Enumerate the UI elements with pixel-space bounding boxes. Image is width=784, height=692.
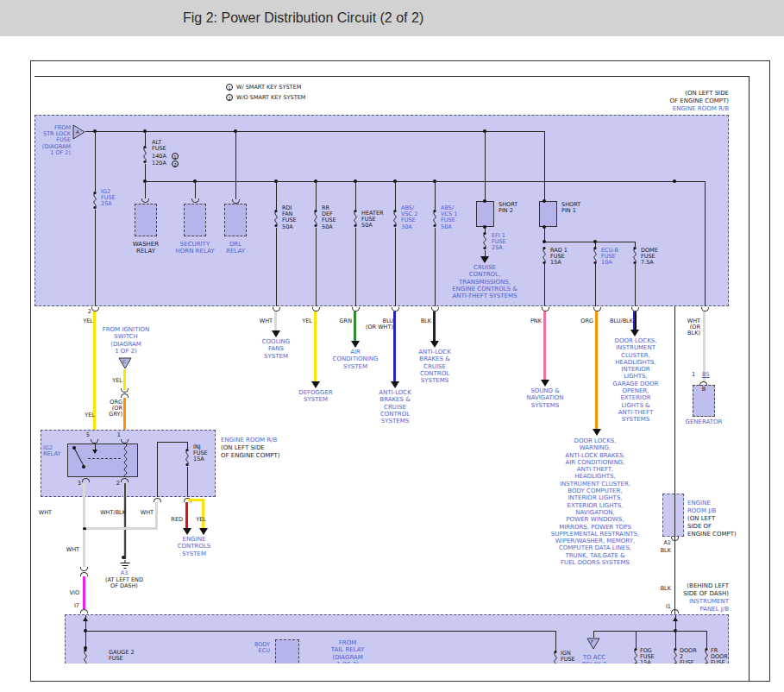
relay-actuator-link <box>88 458 121 459</box>
junction-dot <box>543 240 546 243</box>
wire-grn-ac <box>354 311 356 341</box>
fuse-icon <box>592 246 599 265</box>
wire-color-label: WHT <box>254 318 273 324</box>
generator-ref-link[interactable]: B5 <box>702 372 714 378</box>
wire-yel-ig2 <box>93 311 96 439</box>
i7-inner-line <box>85 615 86 650</box>
fog-fuse-label: FOG FUSE 15A <box>640 648 661 664</box>
ground-location-label: (AT LEFT END OF DASH) <box>98 577 150 589</box>
rad1-out <box>544 264 545 306</box>
door2-fuse-label: DOOR 2 FUSE <box>680 648 700 664</box>
short-pin1-label: SHORT PIN 1 <box>561 202 587 214</box>
security-horn-relay-feed <box>195 181 196 198</box>
abs-vsc2-fuse-label: ABS/ VSC 2 FUSE 30A <box>401 205 423 230</box>
wire-yel-ignition <box>123 369 126 390</box>
wire-color-label: WHT (OR BLK) <box>680 318 700 337</box>
acc-drop <box>593 631 594 638</box>
blublk-systems-destination: DOOR LOCKS, INSTRUMENT CLUSTER, HEADLIGH… <box>609 337 662 424</box>
fuse-icon <box>631 246 638 265</box>
legend-with-smart-key: W/ SMART KEY SYSTEM <box>236 85 340 91</box>
fuse-icon <box>312 209 319 228</box>
legend-marker-1: 1 <box>226 84 233 91</box>
arrow-down-icon <box>430 341 439 348</box>
generator-pin-label: 1 <box>692 372 700 378</box>
junction-dot <box>673 179 676 183</box>
wire-wht-inj-left <box>155 502 158 529</box>
cooling-fans-destination: COOLING FANS SYSTEM <box>254 338 298 360</box>
abs-vcs1-out <box>435 228 436 306</box>
wire-color-label: BLK <box>654 548 671 554</box>
inj-out <box>187 467 188 497</box>
instrument-panel-location: (BEHIND LEFT SIDE OF DASH) <box>668 582 729 598</box>
relay-block-name: ENGINE ROOM R/B <box>221 437 277 444</box>
dome-fuse-label: DOME FUSE 7.5A <box>641 248 663 267</box>
inj-top-line <box>157 442 187 443</box>
rad1-fuse-label: RAD 1 FUSE 15A <box>550 248 573 267</box>
connector-b-label: B <box>699 387 708 393</box>
abs-vsc2-out <box>395 228 396 306</box>
security-horn-relay-label: SECURITY HORN RELAY <box>172 241 217 255</box>
connector-a-label: A <box>76 129 79 135</box>
fuse-icon <box>82 648 89 664</box>
fuse-icon <box>672 647 679 664</box>
to-acc-relay-label: TO ACC RELAY 2 <box>579 654 610 664</box>
fuse-icon <box>552 650 559 664</box>
fuse-icon <box>273 209 279 228</box>
alt-marker-1: 1 <box>172 153 179 160</box>
wire-org-systems <box>595 311 598 429</box>
wire-color-label: GRN <box>333 318 352 324</box>
body-ecu-box <box>275 639 299 664</box>
pin-i7-label: I7 <box>67 603 79 609</box>
abs-cruise-destination: ANTI-LOCK BRAKES & CRUISE CONTROL SYSTEM… <box>412 349 457 384</box>
fog-drop <box>636 631 637 648</box>
gauge2-fuse-label: GAUGE 2 FUSE <box>109 650 143 662</box>
ig2-feed-line <box>95 131 96 192</box>
wire-color-label: VIO <box>62 590 79 596</box>
from-ignition-label: FROM IGNITION SWITCH (DIAGRAM 1 OF 2) <box>98 326 154 355</box>
legend-marker-2: 2 <box>226 94 233 101</box>
wire-yel-defogger <box>314 311 317 381</box>
frame-right-line <box>749 76 750 682</box>
wire-color-label: YEL <box>293 318 312 324</box>
bottom-bus-left <box>85 631 555 632</box>
abs-vcs1-feed <box>435 181 436 210</box>
body-ecu-label: BODY ECU <box>234 642 270 654</box>
engine-room-jb-location: (ON LEFT SIDE OF ENGINE COMPT) <box>687 515 750 538</box>
relay-block-header: ENGINE ROOM R/B (ON LEFT SIDE OF ENGINE … <box>221 429 307 468</box>
short-pin2-feed <box>485 131 486 201</box>
fuse-icon <box>703 647 710 664</box>
ign-drop <box>555 631 556 651</box>
pin2-label: 2 <box>81 309 91 315</box>
wire-color-label: BLK <box>412 318 431 324</box>
pin-arc <box>121 478 129 482</box>
arrow-down-icon <box>630 330 639 337</box>
arrow-down-icon <box>183 528 191 535</box>
rr-def-feed <box>316 181 317 210</box>
pin-a1-label: A1 <box>657 540 671 546</box>
arrow-down-icon <box>541 380 549 387</box>
alt-fuse-amp2: 120A <box>152 160 169 167</box>
relay-contact-arrow <box>92 450 97 454</box>
short-pin2-label: SHORT PIN 2 <box>499 202 524 214</box>
wire-color-label: BLU/BLK <box>602 318 633 324</box>
wire-wht-pin3 <box>83 483 85 529</box>
from-str-lock-label: FROM STR LOCK FUSE (DIAGRAM 1 OF 2) <box>36 125 71 156</box>
short-pin1-feed <box>544 131 545 201</box>
wire-blublk-systems <box>633 311 637 330</box>
wire-color-label: WHT <box>34 510 52 516</box>
instrument-panel-jb-box: GAUGE 2 FUSE BODY ECU FROM TAIL RELAY (D… <box>65 614 729 664</box>
rdi-fan-out <box>276 228 277 306</box>
relay-pin1-label: 1 <box>110 432 121 438</box>
wire-color-label: WHT <box>62 547 79 553</box>
org-systems-destination: DOOR LOCKS, WARNING, ANTI-LOCK BRAKES, A… <box>550 437 640 566</box>
junction-dot <box>483 199 486 203</box>
fr-door-fuse-label: FR DOOR FUSE <box>711 648 729 664</box>
wire-color-label: BLU (OR WHT) <box>362 318 393 330</box>
arrow-down-icon <box>593 429 601 436</box>
engine-room-jb-name: ENGINE ROOM J/B <box>687 500 716 514</box>
security-horn-relay-box <box>184 204 206 236</box>
arrow-down-icon <box>199 528 208 535</box>
fuse-icon <box>541 246 548 265</box>
relay-block-location: (ON LEFT SIDE OF ENGINE COMPT) <box>221 444 307 460</box>
wire-vio-i7 <box>83 576 85 609</box>
